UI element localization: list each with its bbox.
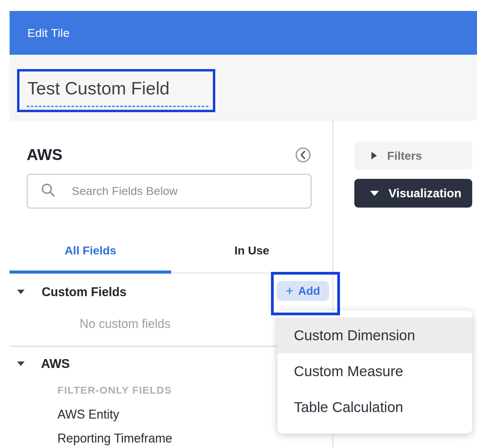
add-button-label: Add <box>298 285 320 298</box>
triangle-down-icon <box>370 191 379 196</box>
triangle-right-icon <box>371 152 377 159</box>
tab-all-fields[interactable]: All Fields <box>10 242 171 259</box>
aws-group-label[interactable]: AWS <box>41 357 70 371</box>
search-icon <box>41 183 56 198</box>
tile-title-input[interactable]: Test Custom Field <box>27 78 169 98</box>
no-custom-fields-text: No custom fields <box>80 317 171 331</box>
dialog-title: Edit Tile <box>27 26 70 40</box>
visualization-label: Visualization <box>389 186 461 200</box>
search-placeholder: Search Fields Below <box>72 184 178 198</box>
filters-label: Filters <box>387 149 422 162</box>
field-item-reporting-timeframe[interactable]: Reporting Timeframe <box>57 431 172 446</box>
visualization-section-header[interactable]: Visualization <box>354 179 472 208</box>
add-field-dropdown-menu: Custom Dimension Custom Measure Table Ca… <box>277 311 472 434</box>
custom-fields-group-label[interactable]: Custom Fields <box>42 285 126 299</box>
menu-item-custom-dimension[interactable]: Custom Dimension <box>277 317 472 353</box>
edit-tile-dialog: Edit Tile Test Custom Field AWS Search F… <box>0 0 477 448</box>
active-tab-indicator <box>10 271 171 274</box>
field-item-aws-entity[interactable]: AWS Entity <box>57 407 119 422</box>
tab-in-use[interactable]: In Use <box>171 242 332 259</box>
dialog-header: Edit Tile <box>10 11 477 55</box>
menu-item-table-calculation[interactable]: Table Calculation <box>277 389 472 425</box>
chevron-left-circle-icon <box>295 158 311 164</box>
menu-item-custom-measure[interactable]: Custom Measure <box>277 353 472 389</box>
caret-down-icon[interactable] <box>17 361 25 366</box>
tile-title-dashed-underline <box>27 106 208 107</box>
explore-name: AWS <box>27 145 63 164</box>
caret-down-icon[interactable] <box>17 290 25 294</box>
filter-only-fields-subheader: FILTER-ONLY FIELDS <box>57 384 172 396</box>
add-custom-field-button[interactable]: + Add <box>277 281 329 301</box>
collapse-panel-button[interactable] <box>295 147 311 163</box>
filters-section-header[interactable]: Filters <box>354 142 472 170</box>
plus-icon: + <box>286 284 293 297</box>
